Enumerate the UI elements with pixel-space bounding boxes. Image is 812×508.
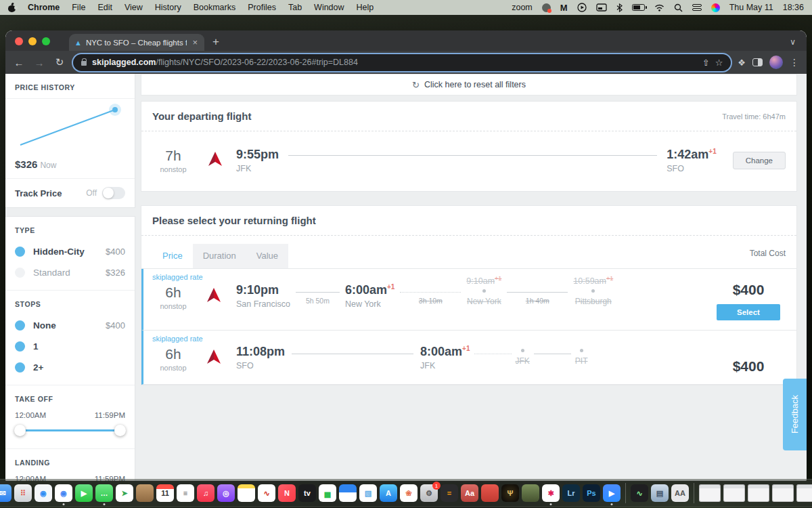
dock-numbers[interactable]: ▅	[319, 484, 336, 502]
dock-audio-app[interactable]: ∿	[631, 484, 648, 502]
dock-lightroom[interactable]: Lr	[562, 484, 580, 502]
battery-icon[interactable]	[632, 4, 645, 11]
dock-stocks[interactable]: ∿	[258, 484, 275, 502]
dock-safari[interactable]: ◉	[35, 484, 52, 502]
dock-facetime[interactable]: ▶	[75, 484, 93, 502]
take-off-slider[interactable]	[19, 425, 121, 436]
back-button[interactable]: ←	[12, 57, 26, 68]
dock-tv[interactable]: tv	[298, 484, 316, 502]
feedback-tab[interactable]: Feedback	[783, 379, 807, 450]
menu-date[interactable]: Thu May 11	[729, 3, 773, 12]
radio-selected-icon[interactable]	[15, 341, 25, 352]
play-circle-icon[interactable]	[577, 3, 587, 12]
browser-tab[interactable]: ▲ NYC to SFO – Cheap flights fro ×	[69, 34, 204, 51]
dock-podcasts[interactable]: ◎	[217, 484, 235, 502]
new-tab-button[interactable]: +	[204, 35, 227, 51]
tab-duration[interactable]: Duration	[193, 244, 246, 268]
menu-item-edit[interactable]: Edit	[97, 3, 112, 12]
share-icon[interactable]: ⇧	[702, 58, 710, 68]
menu-item-help[interactable]: Help	[357, 3, 374, 12]
menu-app-name[interactable]: Chrome	[28, 3, 60, 12]
siri-icon[interactable]	[711, 3, 720, 12]
dock-mail[interactable]: ✉	[0, 484, 12, 502]
tab-price[interactable]: Price	[152, 244, 193, 268]
stops-option-none[interactable]: None $400	[5, 315, 135, 336]
dock-calendar[interactable]: 11	[156, 484, 174, 502]
dock-dictionary[interactable]: Aa	[461, 484, 478, 502]
slider-handle-min[interactable]	[14, 425, 26, 436]
tab-search-chevron-icon[interactable]: ∨	[779, 37, 807, 51]
malwarebytes-icon[interactable]: M	[560, 3, 568, 13]
side-panel-icon[interactable]	[752, 58, 763, 66]
tab-close-icon[interactable]: ×	[191, 37, 199, 47]
wifi-icon[interactable]	[654, 4, 664, 12]
menu-time[interactable]: 18:36	[783, 3, 804, 12]
dock-calculator[interactable]: =	[441, 484, 458, 502]
dock-minimized-window-3[interactable]	[748, 484, 769, 502]
returning-flight-option-2[interactable]: skiplagged rate 6h nonstop 11:08pm	[141, 331, 796, 385]
dock-minimized-window-4[interactable]	[772, 484, 794, 502]
dock-notes[interactable]	[238, 484, 255, 502]
radio-selected-icon[interactable]	[15, 247, 25, 257]
minimize-window-button[interactable]	[28, 37, 37, 45]
menu-item-view[interactable]: View	[125, 3, 143, 12]
close-window-button[interactable]	[15, 37, 23, 45]
dock-game-trident[interactable]: Ψ	[501, 484, 519, 502]
display-card-icon[interactable]	[596, 3, 607, 12]
spotlight-icon[interactable]	[674, 3, 683, 12]
dock-minimized-window-5[interactable]	[796, 484, 812, 502]
menu-item-bookmarks[interactable]: Bookmarks	[194, 3, 236, 12]
reset-filters-link[interactable]: Click here to reset all filters	[424, 80, 526, 89]
control-center-icon[interactable]	[692, 4, 702, 11]
dock-photoshop[interactable]: Ps	[583, 484, 600, 502]
radio-unselected-icon[interactable]	[15, 268, 25, 278]
tab-value[interactable]: Value	[246, 244, 288, 268]
reload-button[interactable]: ↻	[53, 56, 66, 68]
menu-item-file[interactable]: File	[72, 3, 85, 12]
select-button[interactable]: Select	[717, 304, 780, 320]
dock-music[interactable]: ♫	[197, 484, 215, 502]
dock-launchpad[interactable]: ⠿	[14, 484, 32, 502]
dock-zoom[interactable]: ▶	[603, 484, 621, 502]
track-price-toggle[interactable]	[102, 187, 125, 199]
address-bar[interactable]: skiplagged.com/flights/NYC/SFO/2023-06-2…	[73, 54, 731, 71]
dock-maps[interactable]: ➤	[116, 484, 133, 502]
bluetooth-icon[interactable]	[616, 3, 623, 12]
dock-preview[interactable]: ▧	[359, 484, 377, 502]
screen-record-icon[interactable]	[542, 3, 551, 12]
dock-news[interactable]: N	[278, 484, 296, 502]
menu-item-history[interactable]: History	[155, 3, 181, 12]
stops-option-2plus[interactable]: 2+	[5, 357, 135, 378]
slider-handle-max[interactable]	[114, 425, 126, 436]
profile-avatar[interactable]	[769, 56, 783, 69]
menu-zoom-app[interactable]: zoom	[512, 3, 533, 12]
browser-menu-icon[interactable]: ⋮	[790, 57, 800, 68]
dock-slack[interactable]: ✱	[542, 484, 560, 502]
dock-minimized-window-1[interactable]	[699, 484, 721, 502]
radio-selected-icon[interactable]	[15, 320, 25, 331]
radio-selected-icon[interactable]	[15, 362, 25, 373]
dock-settings[interactable]: ⚙ 1	[420, 484, 438, 502]
dock-game-moss[interactable]	[522, 484, 539, 502]
menu-item-tab[interactable]: Tab	[288, 3, 302, 12]
dock-game-red[interactable]	[481, 484, 499, 502]
dock-minimized-window-2[interactable]	[723, 484, 745, 502]
extensions-icon[interactable]: ❖	[738, 58, 746, 68]
lock-icon[interactable]	[81, 61, 87, 66]
menu-item-window[interactable]: Window	[314, 3, 344, 12]
stops-option-1[interactable]: 1	[5, 336, 135, 357]
type-option-hidden-city[interactable]: Hidden-City $400	[5, 241, 135, 262]
dock-chrome[interactable]: ◉	[55, 484, 72, 502]
forward-button[interactable]: →	[32, 57, 46, 68]
fullscreen-window-button[interactable]	[42, 37, 50, 45]
dock-photos[interactable]: ❀	[400, 484, 418, 502]
dock-font-book[interactable]: AA	[671, 484, 689, 502]
dock-weather-app[interactable]: ▤	[651, 484, 669, 502]
type-option-standard[interactable]: Standard $326	[5, 262, 135, 283]
dock-keynote[interactable]	[339, 484, 357, 502]
dock-reminders[interactable]: ≡	[177, 484, 194, 502]
menu-item-profiles[interactable]: Profiles	[248, 3, 276, 12]
apple-menu-icon[interactable]	[8, 3, 16, 12]
change-button[interactable]: Change	[733, 152, 786, 169]
reset-filters-bar[interactable]: ↻ Click here to reset all filters	[141, 74, 797, 96]
